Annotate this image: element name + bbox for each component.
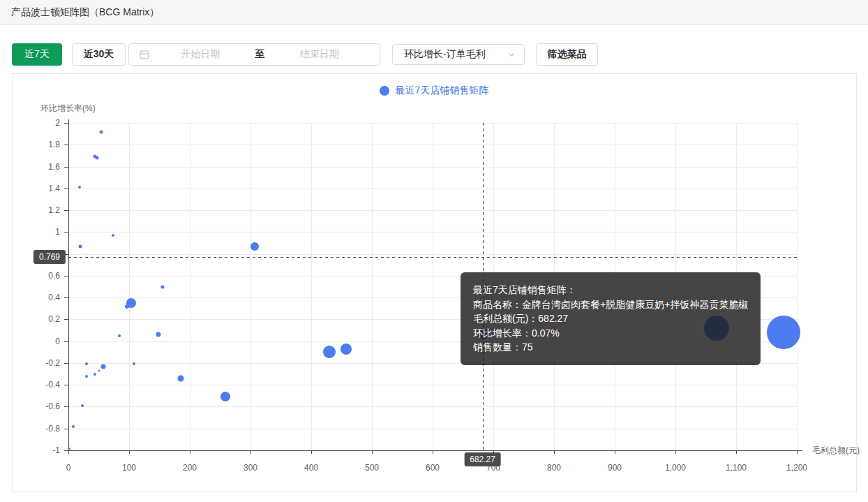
y-tick-label: -1 <box>29 445 60 455</box>
markline-y-badge: 0.769 <box>33 250 66 264</box>
y-axis-tick <box>64 406 68 407</box>
scatter-point[interactable] <box>126 298 136 308</box>
scatter-point[interactable] <box>323 346 336 358</box>
y-tick-label: 0.6 <box>29 271 60 281</box>
v-gridline <box>250 123 251 450</box>
y-tick-label: 2 <box>29 118 60 128</box>
x-axis-tick <box>736 450 737 454</box>
x-tick-label: 1,100 <box>726 463 747 473</box>
x-axis-tick <box>311 450 312 454</box>
x-tick-label: 200 <box>183 463 197 473</box>
x-axis-tick <box>372 450 373 454</box>
scatter-point[interactable] <box>99 130 103 133</box>
x-axis-tick <box>615 450 615 454</box>
v-gridline <box>190 123 190 450</box>
v-gridline <box>311 123 312 450</box>
chart-tooltip: 最近7天店铺销售矩阵： 商品名称：金牌台湾卤肉套餐+脱脂健康豆奶+拌饭神器贡菜脆… <box>461 272 761 365</box>
scatter-point[interactable] <box>156 332 160 337</box>
x-axis-tick <box>433 450 433 454</box>
markline-x-badge: 682.27 <box>464 452 501 466</box>
scatter-point[interactable] <box>78 186 81 189</box>
scatter-point[interactable] <box>341 344 352 355</box>
scatter-point[interactable] <box>118 334 121 337</box>
y-tick-label: 0.2 <box>29 314 60 324</box>
x-tick-label: 1,200 <box>786 463 807 473</box>
x-axis-tick <box>797 450 798 454</box>
y-tick-label: 1 <box>29 227 60 237</box>
avg-markline-horizontal <box>68 257 797 258</box>
v-gridline <box>433 123 433 450</box>
y-axis-tick <box>64 363 68 364</box>
scatter-point[interactable] <box>85 362 88 365</box>
x-axis-line <box>68 450 802 451</box>
y-axis-tick <box>64 123 68 124</box>
x-axis-tick <box>675 450 676 454</box>
x-tick-label: 100 <box>122 463 136 473</box>
tooltip-line-growth: 环比增长率：0.07% <box>473 326 748 341</box>
x-tick-label: 300 <box>244 463 257 473</box>
x-tick-label: 900 <box>608 463 622 473</box>
legend-marker-icon <box>380 86 389 96</box>
y-axis-tick <box>64 167 68 168</box>
y-tick-label: 1.4 <box>29 184 60 193</box>
tooltip-title: 最近7天店铺销售矩阵： <box>473 283 748 297</box>
scatter-point[interactable] <box>93 373 96 376</box>
x-tick-label: 600 <box>426 463 440 473</box>
x-axis-tick <box>190 450 190 454</box>
y-tick-label: -0.6 <box>29 401 60 411</box>
y-axis-tick <box>64 385 68 385</box>
scatter-point[interactable] <box>81 404 84 407</box>
y-axis-line <box>68 119 69 451</box>
scatter-point[interactable] <box>220 392 230 401</box>
page: 产品波士顿矩阵图（BCG Matrix） 近7天 近30天 开始日期 至 结束日… <box>0 0 868 502</box>
scatter-point[interactable] <box>177 375 184 381</box>
y-axis-tick <box>64 189 68 189</box>
y-tick-label: -0.8 <box>29 424 60 434</box>
scatter-point[interactable] <box>112 234 114 237</box>
scatter-point[interactable] <box>78 244 82 248</box>
y-tick-label: -0.2 <box>29 358 60 368</box>
y-axis-tick <box>64 276 68 276</box>
x-tick-label: 0 <box>66 463 71 473</box>
legend-label: 最近7天店铺销售矩阵 <box>396 84 489 97</box>
y-tick-label: 1.2 <box>29 205 60 215</box>
v-gridline <box>372 123 373 450</box>
scatter-point[interactable] <box>250 242 259 251</box>
tooltip-line-product: 商品名称：金牌台湾卤肉套餐+脱脂健康豆奶+拌饭神器贡菜脆椒 <box>473 297 748 312</box>
y-tick-label: 0.4 <box>29 293 60 302</box>
scatter-point[interactable] <box>85 375 88 378</box>
y-tick-label: 1.6 <box>29 162 60 172</box>
tooltip-line-profit: 毛利总额(元)：682.27 <box>473 311 748 326</box>
v-gridline <box>797 123 798 450</box>
scatter-point[interactable] <box>95 156 98 160</box>
y-tick-label: 0 <box>29 337 60 346</box>
y-tick-label: 1.8 <box>29 140 60 149</box>
scatter-point[interactable] <box>98 369 100 371</box>
x-tick-label: 400 <box>304 463 318 473</box>
scatter-point[interactable] <box>72 425 75 428</box>
y-axis-tick <box>64 145 68 145</box>
y-axis-tick <box>64 210 68 211</box>
x-axis-tick <box>129 450 130 454</box>
tooltip-line-quantity: 销售数量：75 <box>473 340 748 355</box>
x-axis-tick <box>554 450 555 454</box>
scatter-point[interactable] <box>101 364 106 369</box>
scatter-point[interactable] <box>767 316 800 349</box>
scatter-point[interactable] <box>133 362 135 365</box>
scatter-point[interactable] <box>68 448 70 450</box>
y-tick-label: -0.4 <box>29 380 60 390</box>
x-axis-tick <box>250 450 251 454</box>
y-axis-tick <box>64 341 68 342</box>
legend-item[interactable]: 最近7天店铺销售矩阵 <box>0 84 868 97</box>
x-tick-label: 500 <box>365 463 379 473</box>
x-tick-label: 1,000 <box>665 463 686 473</box>
y-axis-tick <box>64 319 68 320</box>
y-axis-tick <box>64 429 68 429</box>
x-tick-label: 800 <box>547 463 561 473</box>
y-axis-tick <box>64 232 68 232</box>
y-axis-tick <box>64 297 68 298</box>
plot-area: 01002003004005006007008009001,0001,1001,… <box>0 0 868 502</box>
x-axis-tick <box>68 450 69 454</box>
v-gridline <box>129 123 130 450</box>
scatter-point[interactable] <box>160 285 164 288</box>
